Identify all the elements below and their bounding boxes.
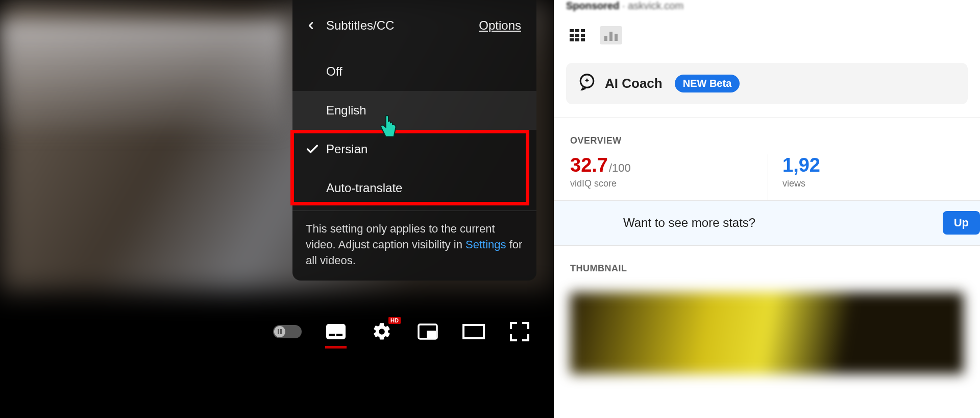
divider <box>292 211 536 211</box>
new-beta-badge: NEW Beta <box>675 75 740 92</box>
stat-vidiq-score: 32.7/100 vidIQ score <box>570 154 768 200</box>
view-toggle <box>554 26 980 63</box>
svg-rect-17 <box>604 36 607 41</box>
svg-rect-11 <box>570 34 574 37</box>
cc-option-label: Auto-translate <box>326 181 402 195</box>
subtitles-options-link[interactable]: Options <box>479 18 521 33</box>
sponsored-domain: askvick.com <box>628 0 683 11</box>
subtitles-note: This setting only applies to the current… <box>292 218 536 278</box>
subtitles-menu-title: Subtitles/CC <box>323 18 479 33</box>
video-player: Subtitles/CC Options Off English Persian… <box>0 0 554 418</box>
stat-views: 1,92 views <box>768 154 980 200</box>
fullscreen-button[interactable] <box>508 320 531 343</box>
svg-rect-9 <box>575 29 579 32</box>
views-value: 1,92 <box>782 154 820 176</box>
svg-rect-3 <box>329 334 335 336</box>
ai-coach-label: AI Coach <box>605 76 663 91</box>
back-icon[interactable] <box>299 13 323 38</box>
upgrade-button[interactable]: Up <box>943 211 980 235</box>
miniplayer-button[interactable] <box>416 320 439 343</box>
cc-option-persian[interactable]: Persian <box>292 130 536 169</box>
svg-rect-18 <box>609 32 612 41</box>
sponsored-label: Sponsored <box>566 0 619 11</box>
chat-sparkle-icon <box>578 73 596 94</box>
thumbnail-preview <box>570 292 964 374</box>
captions-button[interactable] <box>324 320 348 343</box>
cc-option-label: Persian <box>326 142 368 156</box>
subtitles-menu: Subtitles/CC Options Off English Persian… <box>292 0 536 281</box>
stats-row: 32.7/100 vidIQ score 1,92 views <box>554 154 980 201</box>
cc-option-auto-translate[interactable]: Auto-translate <box>292 169 536 207</box>
hd-badge: HD <box>388 317 401 324</box>
svg-rect-12 <box>575 34 579 37</box>
autoplay-toggle[interactable] <box>273 325 302 338</box>
svg-rect-4 <box>336 334 342 336</box>
svg-rect-15 <box>575 38 579 41</box>
cc-option-label: Off <box>326 64 342 79</box>
video-title-overlay <box>0 20 286 133</box>
svg-rect-8 <box>570 29 574 32</box>
svg-rect-13 <box>581 34 585 37</box>
sponsored-line: Sponsored · askvick.com <box>554 0 980 26</box>
overview-heading: OVERVIEW <box>554 118 980 154</box>
player-controls: HD <box>0 313 554 350</box>
grid-view-button[interactable] <box>566 26 589 44</box>
score-value: 32.7 <box>570 154 608 176</box>
stats-view-button[interactable] <box>600 26 622 44</box>
upgrade-row: Want to see more stats? Up <box>554 201 980 245</box>
svg-rect-1 <box>280 329 282 334</box>
theater-button[interactable] <box>462 320 485 343</box>
check-icon <box>304 141 321 158</box>
settings-button[interactable]: HD <box>370 320 394 343</box>
svg-rect-0 <box>278 329 279 334</box>
upgrade-prompt: Want to see more stats? <box>554 216 943 230</box>
score-max: /100 <box>609 161 631 174</box>
cc-option-label: English <box>326 103 366 118</box>
thumbnail-heading: THUMBNAIL <box>554 245 980 282</box>
svg-rect-10 <box>581 29 585 32</box>
pause-icon <box>274 326 285 337</box>
svg-rect-14 <box>570 38 574 41</box>
svg-rect-6 <box>427 331 436 338</box>
cc-option-off[interactable]: Off <box>292 52 536 91</box>
svg-rect-19 <box>615 34 618 41</box>
svg-rect-7 <box>463 325 484 338</box>
settings-link[interactable]: Settings <box>465 238 506 251</box>
captions-active-indicator <box>325 346 347 349</box>
sidebar: Sponsored · askvick.com AI Coach NEW Bet… <box>554 0 980 418</box>
svg-rect-2 <box>326 324 346 339</box>
cc-option-english[interactable]: English <box>292 91 536 130</box>
score-label: vidIQ score <box>570 178 768 189</box>
ai-coach-button[interactable]: AI Coach NEW Beta <box>566 63 968 104</box>
views-label: views <box>782 178 980 189</box>
svg-rect-16 <box>581 38 585 41</box>
